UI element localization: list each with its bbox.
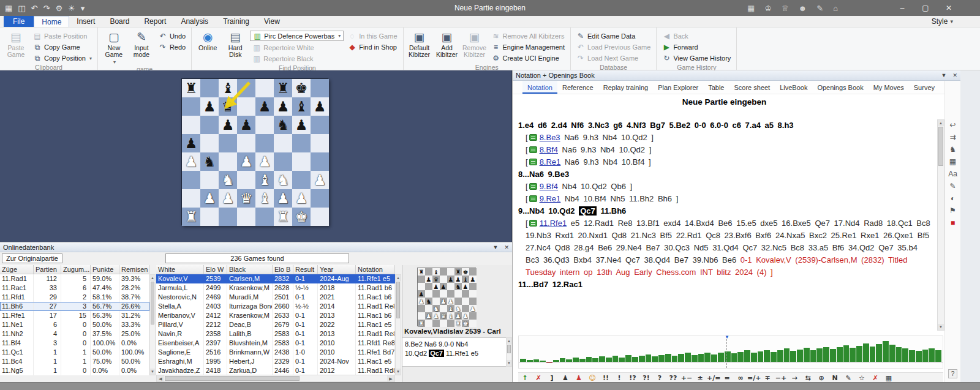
font-size-icon[interactable]: Aa (948, 170, 958, 178)
eval-bar[interactable] (790, 351, 796, 362)
eval-unclear[interactable]: ∞ (734, 374, 747, 382)
menu-tab-insert[interactable]: Insert (69, 16, 102, 27)
board-square[interactable]: ♜ (454, 268, 462, 276)
scrollbar-thumb[interactable] (165, 376, 300, 381)
board-square[interactable] (255, 208, 274, 226)
back-to-original-game-button[interactable]: Zur Originalpartie (2, 253, 62, 263)
board-square[interactable] (274, 152, 292, 171)
board-square[interactable] (255, 79, 274, 97)
board-square[interactable] (425, 283, 432, 290)
ribbon-button-pirc-defence-powerbas[interactable]: ▥Pirc Defence Powerbas▾ (250, 31, 344, 41)
eval-bar[interactable] (797, 350, 803, 362)
customize-toolbar-icon[interactable]: ▾ (81, 4, 85, 13)
menu-tab-training[interactable]: Training (216, 16, 257, 27)
eval-bar[interactable] (922, 350, 929, 362)
eval-bar[interactable] (751, 353, 757, 362)
board-square[interactable]: ♚ (462, 268, 469, 276)
board-square[interactable] (311, 152, 329, 171)
board-square[interactable]: ♛ (440, 312, 447, 320)
eval-black-better[interactable]: ∓ (761, 374, 774, 382)
style-button[interactable]: Style ▾ (932, 16, 953, 27)
eval-bar[interactable] (876, 344, 882, 362)
ribbon-button-create-uci-engine[interactable]: ⚙Create UCI Engine (489, 53, 568, 64)
tab-openings-book[interactable]: Openings Book (812, 81, 868, 94)
board-square[interactable] (237, 134, 255, 152)
book-icon[interactable] (529, 195, 537, 202)
face-icon[interactable]: ☺ (586, 374, 599, 382)
board-square[interactable]: ♝ (462, 276, 469, 283)
evaluation-profile[interactable]: ▼ (518, 336, 943, 369)
board-square[interactable] (311, 208, 329, 226)
colored-board-icon[interactable]: ▦ (948, 158, 958, 166)
eval-bar[interactable] (665, 354, 671, 362)
column-header-elo-w[interactable]: Elo W (204, 265, 227, 274)
red-pawn-icon[interactable]: ♟ (572, 374, 586, 382)
notation-text[interactable]: 1.e4 d6 2.d4 Nf6 3.Nc3 g6 4.Nf3 Bg7 5.Be… (518, 119, 932, 331)
eval-bar[interactable] (744, 350, 750, 362)
variation-move-link[interactable]: 8.Re1 (540, 157, 561, 167)
board-square[interactable]: ♞ (454, 283, 462, 290)
board-square[interactable] (425, 320, 432, 327)
board-square[interactable]: ♟ (200, 189, 219, 208)
column-header-result[interactable]: Result (293, 265, 318, 274)
board-square[interactable]: ♞ (219, 171, 237, 189)
board-square[interactable]: ♟ (469, 276, 477, 283)
board-square[interactable]: ♞ (200, 152, 219, 171)
games-table-scrollbar[interactable]: ▲ ▼ (395, 274, 401, 375)
close-icon[interactable]: ✕ (504, 244, 509, 250)
board-square[interactable] (440, 268, 447, 276)
board-square[interactable]: ♟ (182, 134, 200, 152)
board-square[interactable] (182, 116, 200, 134)
board-square[interactable] (418, 305, 425, 312)
board-square[interactable] (237, 79, 255, 97)
board-square[interactable]: ♟ (292, 189, 311, 208)
ribbon-button-find-in-shop[interactable]: ◆Find in Shop (345, 42, 399, 53)
board-square[interactable] (469, 320, 477, 327)
board-square[interactable]: ♟ (237, 116, 255, 134)
board-square[interactable] (469, 268, 477, 276)
variation-move-link[interactable]: 8.Bf4 (540, 145, 558, 154)
board-square[interactable]: ♟ (292, 116, 311, 134)
board-square[interactable]: ♜ (418, 320, 425, 327)
tab-survey[interactable]: Survey (909, 81, 940, 94)
column-header-black[interactable]: Black (227, 265, 273, 274)
board-square[interactable] (237, 208, 255, 226)
notation-move-text[interactable]: 9...Nb4 10.Qd2 (518, 206, 579, 216)
board-square[interactable] (469, 283, 477, 290)
table-row[interactable]: 11.Rfd129258.1%38.7% (0, 293, 149, 302)
notation-move-text[interactable]: 8...Na6 9.Be3 (518, 170, 569, 179)
eval-bar[interactable] (830, 349, 836, 362)
diagram-icon[interactable]: ▦ (882, 374, 895, 382)
board-square[interactable]: ♞ (274, 171, 292, 189)
board-square[interactable] (447, 320, 454, 327)
tab-table[interactable]: Table (703, 81, 729, 94)
board-square[interactable] (255, 134, 274, 152)
table-row[interactable]: Stella,A2403Iturrizaga Bonell..2660½-½20… (156, 302, 395, 311)
table-row[interactable]: 11.Rad1112559.0%39.3% (0, 274, 149, 283)
favorite-icon[interactable]: ☆ (855, 374, 869, 382)
forward-moves-icon[interactable]: ⇉ (948, 133, 958, 141)
board-square[interactable]: ♟ (440, 283, 447, 290)
collapse-icon[interactable]: ▼ (493, 244, 499, 250)
flag-icon[interactable]: ⚑ (948, 207, 958, 215)
board-square[interactable] (292, 171, 311, 189)
eval-bar[interactable] (804, 348, 810, 362)
variation-move-link[interactable]: 11.Rfe1 (540, 219, 567, 228)
scroll-left-icon[interactable]: ◀ (157, 375, 164, 381)
annotation-dubious-move[interactable]: ?! (639, 374, 653, 382)
notation-move-text[interactable]: 11...Bd7 12.Rac1 (518, 280, 582, 289)
board-square[interactable] (311, 116, 329, 134)
board-square[interactable] (182, 189, 200, 208)
board-square[interactable]: ♟ (219, 189, 237, 208)
scroll-down-icon[interactable]: ▼ (507, 360, 511, 366)
eval-bar[interactable] (883, 341, 889, 362)
eval-black-winning[interactable]: −+ (774, 374, 788, 382)
tab-reference[interactable]: Reference (557, 81, 598, 94)
eval-bar[interactable] (837, 347, 843, 362)
column-header-punkte[interactable]: Punkte (91, 265, 119, 274)
eval-bar[interactable] (725, 351, 731, 362)
black-pawn-icon[interactable]: ♟ (559, 374, 572, 382)
variation-move-link[interactable]: 9.Bf4 (540, 182, 558, 191)
current-move[interactable]: Qc7 (429, 350, 444, 357)
board-square[interactable]: ♝ (219, 79, 237, 97)
